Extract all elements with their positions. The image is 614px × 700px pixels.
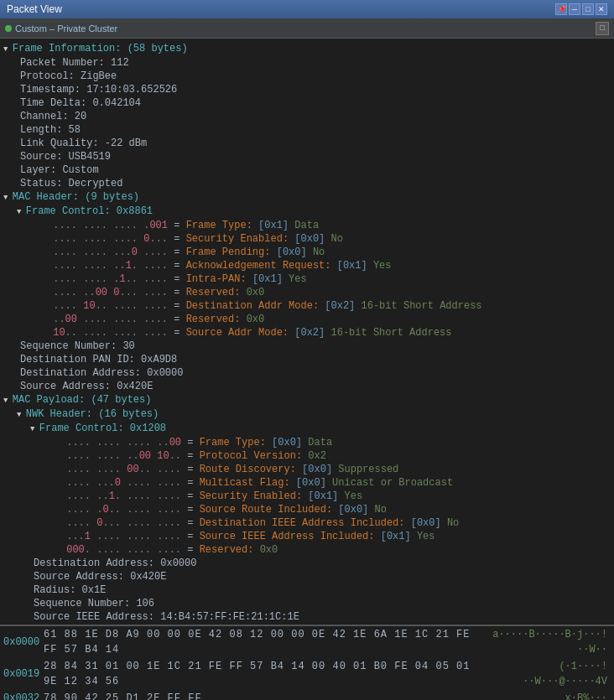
maximize-button[interactable]: □ (582, 3, 594, 15)
list-item: .... .... ..1. .... = Acknowledgement Re… (0, 259, 614, 272)
row-text: Layer: Custom (20, 164, 99, 176)
list-item: ▼ NWK Header: (16 bytes) (0, 407, 614, 422)
list-item: ▼ Frame Information: (58 bytes) (0, 42, 614, 56)
list-item: ▼ MAC Header: (9 bytes) (0, 190, 614, 205)
list-item: Source: USB4519 (0, 150, 614, 163)
list-item: .... .... ...0 .... = Frame Pending: [0x… (0, 246, 614, 259)
hex-address: 0x0032 (3, 691, 44, 700)
row-text: MAC Payload: (47 bytes) (13, 394, 152, 406)
hex-ascii: x·B%··· (476, 691, 611, 700)
hex-bytes: 28 84 31 01 00 1E 1C 21 FE FF 57 B4 14 0… (44, 659, 476, 689)
list-item: .... .0.. .... .... = Source Route Inclu… (0, 503, 614, 516)
expand-icon[interactable]: ▼ (3, 194, 13, 202)
list-item: ▼ MAC Payload: (47 bytes) (0, 393, 614, 407)
row-text: Sequence Number: 106 (34, 598, 154, 609)
row-text: Sequence Number: 30 (20, 340, 135, 352)
expand-button[interactable]: □ (596, 22, 609, 35)
list-item: Layer: Custom (0, 163, 614, 177)
title-bar-left: Packet View (7, 3, 62, 15)
status-dot (5, 25, 12, 32)
list-item: .... ..1. .... .... = Security Enabled: … (0, 490, 614, 503)
bit-pattern: .... .... .... . (53, 220, 149, 231)
list-item: ▼ NWK Aux Header: (14 bytes) (0, 624, 614, 625)
list-item: Length: 58 (0, 123, 614, 137)
row-text: Frame Control: 0x1208 (39, 423, 166, 434)
toolbar: Custom – Private Cluster □ (0, 18, 614, 39)
list-item: Source Address: 0x420E (0, 570, 614, 583)
list-item: Sequence Number: 106 (0, 597, 614, 610)
hex-address: 0x0019 (3, 666, 44, 682)
hex-row: 0x0032 78 90 42 25 D1 2E FF FF x·B%··· (0, 690, 614, 700)
hex-row: 0x0000 61 88 1E D8 A9 00 00 0E 42 08 12 … (0, 626, 614, 658)
hex-ascii: a·····B·····B·j···!··W·· (476, 627, 611, 657)
list-item: ▼ Frame Control: 0x8861 (0, 205, 614, 219)
row-text: Packet Number: 112 (20, 57, 129, 69)
list-item: .... 10.. .... .... = Destination Addr M… (0, 299, 614, 313)
hex-address: 0x0000 (3, 635, 44, 650)
list-item: Time Delta: 0.042104 (0, 96, 614, 110)
list-item: .... .... .... .001 = Frame Type: [0x1] … (0, 219, 614, 232)
list-item: .... ..00 0... .... = Reserved: 0x0 (0, 286, 614, 299)
list-item: .... .... .1.. .... = Intra-PAN: [0x1] Y… (0, 272, 614, 286)
title-bar: Packet View 📌 ─ □ ✕ (0, 0, 614, 18)
packet-panel[interactable]: ▼ Frame Information: (58 bytes) Packet N… (0, 39, 614, 625)
hex-panel: 0x0000 61 88 1E D8 A9 00 00 0E 42 08 12 … (0, 625, 614, 700)
row-text: Link Quality: -22 dBm (20, 137, 147, 149)
row-text: Length: 58 (20, 124, 81, 136)
pin-button[interactable]: 📌 (555, 3, 567, 15)
list-item: Sequence Number: 30 (0, 340, 614, 353)
list-item: Status: Decrypted (0, 177, 614, 190)
list-item: .... .... .... ..00 = Frame Type: [0x0] … (0, 436, 614, 449)
hex-bytes: 78 90 42 25 D1 2E FF FF (44, 691, 476, 700)
list-item: 10.. .... .... .... = Source Addr Mode: … (0, 326, 614, 340)
list-item: Radius: 0x1E (0, 583, 614, 597)
list-item: Destination Address: 0x0000 (0, 557, 614, 570)
list-item: ▼ Frame Control: 0x1208 (0, 422, 614, 436)
row-text: Destination Address: 0x0000 (20, 367, 183, 379)
row-text: Timestamp: 17:10:03.652526 (20, 84, 177, 96)
hex-ascii: (·1····!··W···@·····4V (476, 659, 611, 689)
list-item: ..00 .... .... .... = Reserved: 0x0 (0, 313, 614, 326)
row-text: Destination Address: 0x0000 (34, 557, 196, 569)
hex-row: 0x0019 28 84 31 01 00 1E 1C 21 FE FF 57 … (0, 658, 614, 690)
list-item: .... .... ..00 10.. = Protocol Version: … (0, 449, 614, 463)
list-item: .... ...0 .... .... = Multicast Flag: [0… (0, 476, 614, 490)
list-item: .... .... 00.. .... = Route Discovery: [… (0, 463, 614, 476)
list-item: .... .... .... 0... = Security Enabled: … (0, 232, 614, 246)
list-item: Packet Number: 112 (0, 56, 614, 70)
cluster-label: Custom – Private Cluster (15, 23, 117, 34)
list-item: Source IEEE Address: 14:B4:57:FF:FE:21:1… (0, 610, 614, 624)
list-item: 000. .... .... .... = Reserved: 0x0 (0, 543, 614, 557)
expand-icon[interactable]: ▼ (3, 397, 13, 405)
expand-icon[interactable]: ▼ (17, 411, 26, 419)
row-text: Protocol: ZigBee (20, 70, 117, 82)
row-text: Source Address: 0x420E (20, 381, 153, 392)
row-text: Channel: 20 (20, 111, 86, 122)
list-item: .... 0... .... .... = Destination IEEE A… (0, 516, 614, 530)
close-button[interactable]: ✕ (596, 3, 607, 15)
list-item: Destination PAN ID: 0xA9D8 (0, 353, 614, 366)
list-item: Destination Address: 0x0000 (0, 366, 614, 380)
row-text: Frame Information: (58 bytes) (13, 43, 188, 54)
title-bar-controls[interactable]: 📌 ─ □ ✕ (555, 3, 607, 15)
row-text: Source IEEE Address: 14:B4:57:FF:FE:21:1… (34, 611, 299, 623)
list-item: Protocol: ZigBee (0, 70, 614, 83)
row-text: NWK Header: (16 bytes) (26, 408, 159, 420)
expand-icon[interactable]: ▼ (3, 45, 13, 54)
hex-bytes: 61 88 1E D8 A9 00 00 0E 42 08 12 00 00 0… (44, 627, 476, 657)
row-text: Source Address: 0x420E (34, 571, 166, 583)
minimize-button[interactable]: ─ (569, 3, 580, 15)
row-text: Frame Control: 0x8861 (26, 205, 153, 217)
title-bar-title: Packet View (7, 3, 62, 15)
list-item: Link Quality: -22 dBm (0, 137, 614, 150)
row-text: Time Delta: 0.042104 (20, 97, 141, 109)
expand-icon[interactable]: ▼ (17, 208, 26, 216)
main-container: ▼ Frame Information: (58 bytes) Packet N… (0, 39, 614, 700)
row-text: Radius: 0x1E (34, 584, 106, 596)
row-text: MAC Header: (9 bytes) (13, 191, 139, 203)
list-item: Source Address: 0x420E (0, 380, 614, 393)
list-item: Timestamp: 17:10:03.652526 (0, 83, 614, 96)
row-text: Status: Decrypted (20, 178, 122, 189)
expand-icon[interactable]: ▼ (30, 425, 39, 433)
row-text: Source: USB4519 (20, 151, 111, 163)
